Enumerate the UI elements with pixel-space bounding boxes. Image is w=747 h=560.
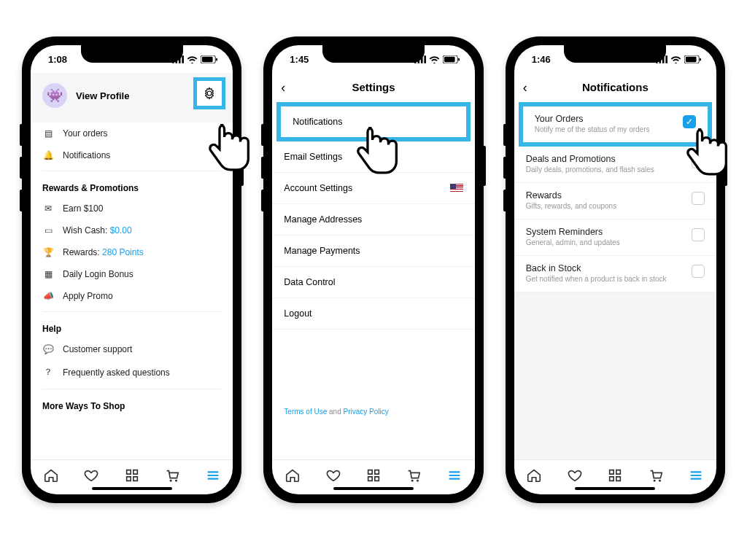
account-settings-label: Account Settings [284,183,352,193]
home-indicator [333,487,414,490]
rewards-value: 280 Points [102,247,144,257]
tab-categories[interactable] [365,467,382,486]
back-in-stock-checkbox[interactable] [692,265,705,278]
back-in-stock-row[interactable]: Back in StockGet notified when a product… [514,256,716,292]
tab-wishlist[interactable] [325,467,341,486]
logout-label: Logout [284,308,311,319]
system-reminders-subtitle: General, admin, and updates [526,238,620,246]
nav-header: ‹ Settings [272,73,474,102]
tab-cart[interactable] [164,467,180,486]
gear-icon [203,87,216,100]
wish-cash-value: $0.00 [110,225,132,236]
privacy-link[interactable]: Privacy Policy [343,408,388,416]
tab-categories[interactable] [607,467,623,486]
rewards-label: Rewards: [63,247,102,257]
logout-row[interactable]: Logout [272,298,474,330]
settings-button[interactable] [193,77,225,109]
pointer-hand-icon [351,124,402,190]
apply-promo-row[interactable]: 📣Apply Promo [31,285,233,307]
back-button[interactable]: ‹ [281,80,285,96]
tab-wishlist[interactable] [83,467,99,486]
manage-payments-label: Manage Payments [284,246,360,256]
manage-addresses-row[interactable]: Manage Addresses [272,204,474,236]
rewards-checkbox[interactable] [692,192,705,205]
card-icon: ▭ [42,225,54,236]
tab-home[interactable] [285,467,301,486]
daily-login-label: Daily Login Bonus [63,269,133,279]
notch [564,45,666,63]
more-ways-header: More Ways To Shop [31,394,233,416]
home-indicator [575,487,655,490]
phone-settings: 1:45 ‹ Settings Notifications Email Sett… [263,36,483,503]
status-time: 1:46 [532,54,551,65]
your-orders-title: Your Orders [535,114,650,124]
nav-header: ‹ Notifications [514,73,716,102]
tab-cart[interactable] [648,467,664,486]
status-time: 1:45 [290,54,309,65]
manage-addresses-label: Manage Addresses [284,214,362,225]
rewards-title: Rewards [526,190,617,201]
wish-cash-row[interactable]: ▭Wish Cash: $0.00 [31,219,233,241]
system-reminders-row[interactable]: System RemindersGeneral, admin, and upda… [514,219,716,256]
profile-header[interactable]: 👾 View Profile [31,73,233,122]
tab-menu[interactable] [205,467,221,486]
customer-support-row[interactable]: 💬Customer support [31,338,233,360]
calendar-icon: ▦ [42,269,54,279]
faq-row[interactable]: ？Frequently asked questions [31,360,233,384]
avatar: 👾 [42,83,67,108]
status-time: 1:08 [48,54,67,65]
and-text: and [327,408,343,416]
help-header: Help [31,316,233,338]
daily-login-row[interactable]: ▦Daily Login Bonus [31,263,233,285]
tab-categories[interactable] [124,467,140,486]
tab-menu[interactable] [446,467,462,486]
phone-notifications: 1:46 ‹ Notifications Your OrdersNotify m… [506,36,725,503]
back-in-stock-subtitle: Get notified when a product is back in s… [526,275,667,283]
notch [81,45,183,63]
your-orders-label: Your orders [63,128,108,139]
page-title: Notifications [582,81,649,93]
page-title: Settings [352,81,395,93]
question-icon: ？ [42,366,54,378]
chat-icon: 💬 [42,344,54,354]
system-reminders-checkbox[interactable] [692,228,705,241]
us-flag-icon [450,184,463,192]
divider [42,171,221,171]
apply-promo-label: Apply Promo [63,291,113,301]
earn-label: Earn $100 [63,203,103,214]
notch [322,45,425,63]
support-label: Customer support [63,344,132,354]
manage-payments-row[interactable]: Manage Payments [272,236,474,267]
email-settings-label: Email Settings [284,152,342,162]
legal-text: Terms of Use and Privacy Policy [284,408,388,416]
data-control-row[interactable]: Data Control [272,267,474,298]
notifications-label: Notifications [63,150,110,160]
deals-title: Deals and Promotions [526,154,654,164]
tab-home[interactable] [526,467,542,486]
tab-cart[interactable] [406,467,422,486]
trophy-icon: 🏆 [42,247,54,257]
empty-area [514,292,716,459]
megaphone-icon: 📣 [42,291,54,301]
rewards-subtitle: Gifts, rewards, and coupons [526,202,617,210]
data-control-label: Data Control [284,277,335,287]
pointer-hand-icon [681,125,732,191]
list-icon: ▤ [42,128,54,139]
pointer-hand-icon [203,121,254,187]
system-reminders-title: System Reminders [526,227,620,237]
notifications-label: Notifications [293,117,342,127]
bell-icon: 🔔 [42,150,54,160]
mail-icon: ✉ [42,203,54,214]
back-button[interactable]: ‹ [523,80,527,96]
tab-menu[interactable] [688,467,704,486]
wish-cash-label: Wish Cash: [63,225,110,236]
divider [42,389,221,389]
faq-label: Frequently asked questions [63,368,170,378]
rewards-row[interactable]: 🏆Rewards: 280 Points [31,241,233,263]
earn-row[interactable]: ✉Earn $100 [31,198,233,219]
tab-home[interactable] [43,467,59,486]
tab-wishlist[interactable] [567,467,583,486]
terms-link[interactable]: Terms of Use [284,408,327,416]
your-orders-subtitle: Notify me of the status of my orders [535,125,650,133]
view-profile-label: View Profile [76,90,129,101]
